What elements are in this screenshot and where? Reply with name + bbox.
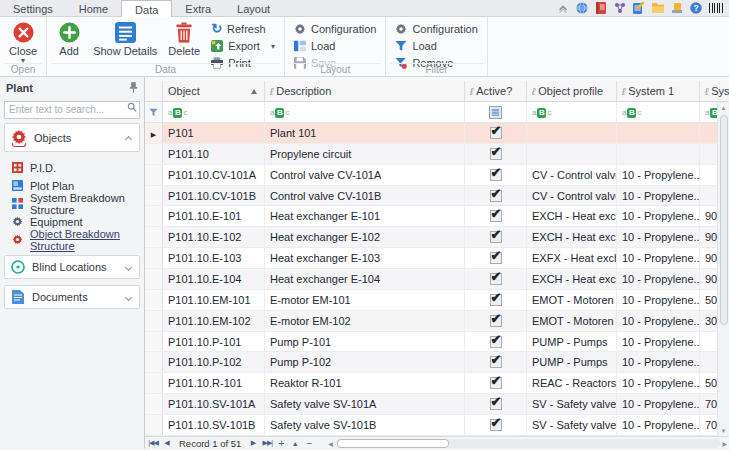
cell-active[interactable] — [465, 290, 527, 310]
cell-active[interactable] — [465, 311, 527, 331]
cell-description[interactable]: Reaktor R-101 — [265, 373, 465, 393]
record-next-button[interactable] — [248, 438, 258, 449]
cell-description[interactable]: Control valve CV-101A — [265, 165, 465, 185]
collapse-ribbon-icon[interactable] — [557, 2, 569, 14]
tab-extra[interactable]: Extra — [172, 0, 224, 16]
table-row[interactable]: P101.10.E-102Heat exchanger E-102EXCH - … — [145, 227, 729, 248]
horizontal-scrollbar-track[interactable] — [335, 439, 720, 448]
active-checkbox[interactable] — [490, 419, 502, 431]
cell-profile[interactable]: EXCH - Heat excha... — [527, 227, 617, 247]
cell-active[interactable] — [465, 227, 527, 247]
cell-object[interactable]: P101.10 — [163, 144, 265, 164]
cell-object[interactable]: P101.10.R-101 — [163, 373, 265, 393]
active-checkbox[interactable] — [490, 294, 502, 306]
active-checkbox[interactable] — [490, 169, 502, 181]
cell-profile[interactable]: SV - Safety valve — [527, 415, 617, 435]
table-row[interactable]: P101.10.E-101Heat exchanger E-101EXCH - … — [145, 206, 729, 227]
cell-profile[interactable] — [527, 144, 617, 164]
cell-active[interactable] — [465, 248, 527, 268]
cell-description[interactable]: Heat exchanger E-102 — [265, 227, 465, 247]
vertical-scrollbar[interactable] — [717, 102, 729, 436]
record-append-button[interactable] — [276, 438, 286, 449]
filter-checkbox-indeterminate[interactable] — [489, 106, 502, 119]
cell-description[interactable]: Propylene circuit — [265, 144, 465, 164]
folder-icon[interactable] — [652, 2, 664, 14]
drawer-icon[interactable] — [671, 2, 683, 14]
table-row[interactable]: P101.10Propylene circuit — [145, 144, 729, 165]
table-row[interactable]: P101.10.EM-102E-motor EM-102EMOT - Motor… — [145, 311, 729, 332]
cell-system1[interactable]: 10 - Propylene... — [617, 311, 700, 331]
active-checkbox[interactable] — [490, 190, 502, 202]
pin-icon[interactable] — [129, 82, 138, 93]
cell-profile[interactable]: EMOT - Motoren — [527, 311, 617, 331]
globe-icon[interactable] — [576, 2, 588, 14]
cell-system1[interactable]: 10 - Propylene... — [617, 373, 700, 393]
notebook-icon[interactable] — [595, 2, 607, 14]
cell-system1[interactable] — [617, 144, 700, 164]
cell-object[interactable]: P101.10.E-103 — [163, 248, 265, 268]
table-row[interactable]: P101.10.E-104Heat exchanger E-104EXCH - … — [145, 269, 729, 290]
cell-active[interactable] — [465, 144, 527, 164]
column-header-object-profile[interactable]: Object profile — [527, 81, 617, 101]
cell-description[interactable]: Heat exchanger E-104 — [265, 269, 465, 289]
cell-system1[interactable]: 10 - Propylene... — [617, 290, 700, 310]
close-button[interactable]: Close — [5, 20, 41, 64]
cell-system1[interactable]: 10 - Propylene... — [617, 165, 700, 185]
cell-description[interactable]: E-motor EM-101 — [265, 290, 465, 310]
cell-object[interactable]: P101.10.EM-101 — [163, 290, 265, 310]
table-row[interactable]: P101.10.EM-101E-motor EM-101EMOT - Motor… — [145, 290, 729, 311]
filter-cell-description[interactable]: aBc — [265, 102, 465, 122]
cell-system1[interactable]: 10 - Propylene... — [617, 186, 700, 206]
export-button[interactable]: Export — [209, 38, 277, 54]
horizontal-scrollbar-thumb[interactable] — [337, 439, 449, 448]
help-icon[interactable] — [690, 2, 702, 14]
cell-object[interactable]: P101.10.CV-101A — [163, 165, 265, 185]
edit-document-icon[interactable] — [633, 2, 645, 14]
row-indicator[interactable] — [145, 227, 163, 247]
sidebar-search-input[interactable] — [4, 101, 140, 119]
cell-profile[interactable]: PUMP - Pumps — [527, 352, 617, 372]
row-indicator[interactable] — [145, 394, 163, 414]
row-indicator[interactable] — [145, 311, 163, 331]
sidebar-group-documents[interactable]: Documents — [4, 285, 140, 309]
delete-button[interactable]: Delete — [164, 20, 204, 57]
cell-active[interactable] — [465, 394, 527, 414]
cell-active[interactable] — [465, 373, 527, 393]
cell-profile[interactable]: CV - Control valve — [527, 165, 617, 185]
cell-description[interactable]: Safety valve SV-101A — [265, 394, 465, 414]
cell-active[interactable] — [465, 123, 527, 143]
cell-active[interactable] — [465, 352, 527, 372]
table-row[interactable]: P101Plant 101 — [145, 123, 729, 144]
row-indicator[interactable] — [145, 415, 163, 435]
cell-profile[interactable]: EMOT - Motoren — [527, 290, 617, 310]
cell-active[interactable] — [465, 269, 527, 289]
record-delete-button[interactable] — [304, 438, 314, 449]
cell-description[interactable]: Pump P-102 — [265, 352, 465, 372]
active-checkbox[interactable] — [490, 377, 502, 389]
cell-active[interactable] — [465, 165, 527, 185]
cell-description[interactable]: Plant 101 — [265, 123, 465, 143]
cell-object[interactable]: P101.10.SV-101B — [163, 415, 265, 435]
tab-layout[interactable]: Layout — [224, 0, 283, 16]
active-checkbox[interactable] — [490, 356, 502, 368]
record-previous-button[interactable] — [162, 438, 172, 449]
layout-configuration-button[interactable]: Configuration — [292, 21, 378, 37]
cell-profile[interactable]: CV - Control valve — [527, 186, 617, 206]
row-indicator[interactable] — [145, 206, 163, 226]
scroll-up-icon[interactable] — [718, 102, 729, 113]
cell-object[interactable]: P101.10.P-101 — [163, 332, 265, 352]
column-header-description[interactable]: Description — [265, 81, 465, 101]
column-header-active[interactable]: Active? — [465, 81, 527, 101]
row-indicator[interactable] — [145, 186, 163, 206]
column-header-syst[interactable]: Syst — [700, 81, 729, 101]
cell-active[interactable] — [465, 206, 527, 226]
cell-profile[interactable]: EXCH - Heat excha... — [527, 269, 617, 289]
active-checkbox[interactable] — [490, 148, 502, 160]
sidebar-item-system-breakdown-structure[interactable]: System Breakdown Structure — [12, 196, 140, 211]
row-indicator[interactable] — [145, 332, 163, 352]
show-details-button[interactable]: Show Details — [89, 20, 161, 57]
table-row[interactable]: P101.10.SV-101ASafety valve SV-101ASV - … — [145, 394, 729, 415]
cell-system1[interactable]: 10 - Propylene... — [617, 248, 700, 268]
filter-cell-active[interactable] — [465, 102, 527, 122]
tab-settings[interactable]: Settings — [0, 0, 66, 16]
